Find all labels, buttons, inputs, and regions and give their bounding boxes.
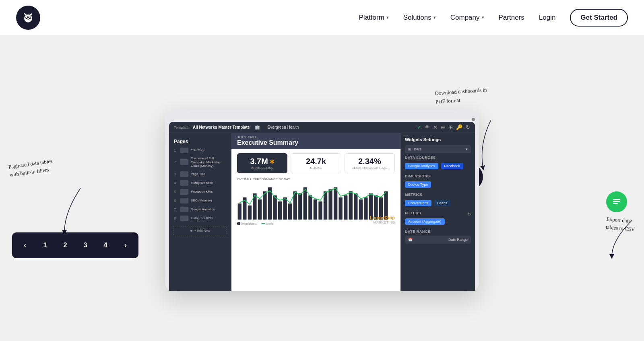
pagination-page-4[interactable]: 4: [96, 236, 115, 255]
svg-rect-28: [308, 195, 312, 220]
svg-rect-22: [278, 201, 282, 220]
logo[interactable]: [16, 6, 40, 30]
tag-google-analytics[interactable]: Google Analytics: [405, 163, 438, 169]
annotation-export: Export datatables to CSV: [605, 215, 636, 233]
metrics-label: Metrics: [405, 193, 471, 197]
svg-point-9: [29, 16, 31, 18]
topbar-icons: ✓ 👁 ✕ ⊕ ⊞ 🔑 ↻: [417, 124, 470, 130]
svg-rect-29: [314, 199, 317, 220]
nav-item-company[interactable]: Company ▾: [450, 14, 484, 22]
dimensions-label: Dimensions: [405, 174, 471, 178]
filters-settings-icon[interactable]: ⚙: [467, 212, 471, 216]
svg-rect-19: [263, 191, 266, 220]
dashboard-mockup: Template: All Networks Master Template 🏢…: [165, 110, 479, 291]
date-range-dropdown[interactable]: 📅 Date Range: [405, 236, 471, 244]
kpi-clicks: 24.7k Clicks: [291, 153, 341, 173]
nav-links: Platform ▾ Solutions ▾ Company ▾ Partner…: [359, 9, 628, 27]
nav-item-solutions[interactable]: Solutions ▾: [403, 14, 436, 22]
laptop-screen: Template: All Networks Master Template 🏢…: [169, 122, 475, 291]
sidebar-page-2[interactable]: 2 Overview of Full Campaign Marketing Go…: [169, 155, 231, 170]
svg-rect-21: [273, 195, 277, 220]
nav-item-partners[interactable]: Partners: [499, 14, 524, 22]
pagination-page-3[interactable]: 3: [76, 236, 95, 255]
key-icon[interactable]: 🔑: [456, 124, 462, 130]
kpi-impressions: 3.7M ✱ Impressions: [237, 153, 287, 173]
add-page-button[interactable]: ⊕ + Add New: [173, 226, 227, 235]
svg-rect-39: [364, 197, 367, 220]
app-body: Pages 1 Title Page 2 Overview of Full Ca…: [169, 133, 475, 291]
sidebar-page-6[interactable]: 6 SEO (Monthly): [169, 196, 231, 205]
svg-rect-16: [248, 205, 252, 220]
tag-facebook[interactable]: Facebook: [441, 163, 464, 169]
svg-point-1: [24, 14, 32, 22]
pagination-page-2[interactable]: 2: [56, 236, 75, 255]
tag-device-type[interactable]: Device Type: [405, 181, 431, 188]
sidebar-page-3[interactable]: 3 Page Title: [169, 170, 231, 179]
hero-section: Paginated data tableswith built-in filte…: [0, 35, 644, 341]
template-label: Template:: [174, 125, 190, 129]
refresh-icon[interactable]: ↻: [466, 124, 470, 130]
svg-rect-34: [339, 197, 342, 220]
solutions-chevron-icon: ▾: [433, 15, 436, 20]
svg-rect-14: [238, 203, 242, 220]
svg-rect-30: [318, 201, 322, 220]
sidebar-page-1[interactable]: 1 Title Page: [169, 146, 231, 155]
svg-rect-18: [258, 199, 262, 220]
date-range-section: Date Range 📅 Date Range: [405, 230, 471, 244]
report-content: 3.7M ✱ Impressions 24.7k Clicks: [231, 149, 400, 229]
star-badge: ✱: [270, 158, 275, 165]
data-sources-label: Data Sources: [405, 156, 471, 160]
data-sources-section: Data Sources Google Analytics Facebook: [405, 156, 471, 170]
nav-item-login[interactable]: Login: [539, 14, 556, 22]
tag-leads[interactable]: Leads: [434, 200, 450, 206]
app-sidebar: Pages 1 Title Page 2 Overview of Full Ca…: [169, 133, 231, 291]
dimensions-section: Dimensions Device Type: [405, 174, 471, 189]
tag-account-aggregate[interactable]: Account (Aggregate): [405, 218, 445, 225]
close-icon[interactable]: ✕: [433, 124, 438, 130]
nav-item-platform[interactable]: Platform ▾: [359, 14, 389, 22]
svg-rect-11: [613, 199, 620, 200]
pagination-prev[interactable]: ‹: [15, 236, 35, 255]
svg-rect-37: [354, 193, 357, 220]
filters-label: Filters: [405, 211, 421, 215]
filters-section: Filters ⚙ Account (Aggregate): [405, 211, 471, 226]
data-dropdown[interactable]: ⊞ Data ▾: [405, 145, 471, 153]
svg-rect-12: [613, 201, 620, 202]
svg-rect-32: [328, 189, 332, 220]
eye-icon[interactable]: 👁: [425, 124, 430, 130]
report-date: JULY 2021: [237, 136, 395, 139]
annotation-download: Download dashboards inPDF format: [434, 86, 487, 107]
tag-conversions[interactable]: Conversions: [405, 200, 431, 206]
sidebar-page-7[interactable]: 7 Google Analytics: [169, 205, 231, 214]
sidebar-pages-title: Pages: [169, 136, 231, 146]
svg-rect-36: [349, 191, 353, 220]
pagination-page-1[interactable]: 1: [35, 236, 55, 255]
pagination-next[interactable]: ›: [116, 236, 135, 255]
svg-rect-33: [334, 187, 337, 220]
panel-title: Widgets Settings: [405, 137, 471, 142]
sidebar-page-4[interactable]: 4 Instagram KPIs: [169, 179, 231, 187]
client-name: Evergreen Health: [268, 125, 299, 129]
metrics-section: Metrics Conversions Leads: [405, 193, 471, 207]
app-main: JULY 2021 Executive Summary 3.7M ✱: [231, 133, 400, 291]
svg-rect-35: [344, 195, 347, 220]
arrow-paginated: [56, 188, 89, 236]
plus-icon[interactable]: ⊕: [441, 124, 445, 130]
grid-icon[interactable]: ⊞: [448, 124, 453, 130]
pagination-bar: ‹ 1 2 3 4 ›: [12, 232, 138, 258]
csv-export-circle[interactable]: [606, 191, 627, 212]
navbar: Platform ▾ Solutions ▾ Company ▾ Partner…: [0, 0, 644, 35]
svg-rect-13: [613, 203, 618, 204]
report-title: Executive Summary: [237, 139, 395, 146]
chart-title: OVERALL PERFORMANCE BY DAY: [237, 177, 395, 181]
dropdown-chevron-icon: ▾: [466, 147, 468, 151]
laptop-frame: Template: All Networks Master Template 🏢…: [165, 110, 479, 291]
sidebar-page-5[interactable]: 5 Facebook KPIs: [169, 187, 231, 196]
get-started-button[interactable]: Get Started: [570, 9, 628, 27]
svg-rect-27: [303, 187, 307, 220]
widgets-settings-panel: Widgets Settings ⊞ Data ▾ Data Sources G…: [400, 133, 475, 291]
report-logo: LemonDrop MARKETING: [370, 215, 395, 225]
sidebar-page-8[interactable]: 8 Instagram KPIs: [169, 214, 231, 223]
performance-chart: [237, 183, 395, 220]
platform-chevron-icon: ▾: [386, 15, 389, 20]
